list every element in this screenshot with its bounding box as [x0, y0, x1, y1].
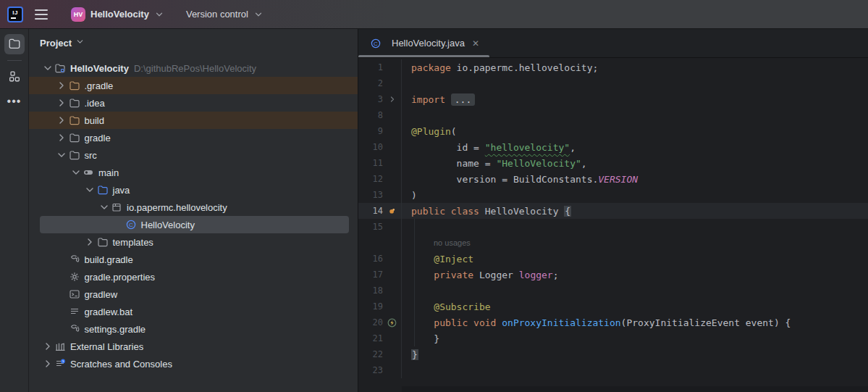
chevron-down-icon[interactable]: [97, 201, 111, 213]
code-line-22[interactable]: 22}: [358, 346, 868, 362]
tree-label: src: [85, 150, 97, 161]
close-icon[interactable]: ✕: [472, 38, 479, 49]
folder-icon: [69, 97, 80, 109]
tree-row-main[interactable]: main: [29, 164, 358, 181]
chevron-right-icon[interactable]: [83, 236, 97, 248]
code-text: }: [401, 330, 868, 346]
usages-inlay-hint[interactable]: no usages: [434, 238, 471, 247]
plugin-gutter-icon[interactable]: [383, 203, 401, 219]
svg-text:C: C: [374, 41, 378, 47]
code-line-1[interactable]: 1package io.papermc.hellovelocity;: [358, 59, 868, 75]
chevron-right-icon[interactable]: [55, 132, 69, 143]
chevron-down-icon[interactable]: [83, 184, 97, 196]
tree-row-hellovelocity[interactable]: CHelloVelocity: [29, 216, 358, 233]
code-text: no usages: [401, 235, 868, 251]
inlay-row[interactable]: no usages: [358, 235, 868, 251]
tree-label: gradle.properties: [85, 272, 156, 283]
line-number: 21: [358, 333, 383, 343]
code-line-16[interactable]: 16 @Inject: [358, 251, 868, 267]
indent-guide: [414, 219, 415, 346]
editor-area: C HelloVelocity.java ✕ 1package io.paper…: [358, 29, 868, 392]
chevron-right-icon[interactable]: [55, 80, 69, 91]
chevron-down-icon[interactable]: [41, 62, 54, 74]
line-number: 10: [358, 142, 383, 152]
scratches-icon: [54, 358, 66, 370]
line-number: 12: [358, 174, 383, 184]
event-gutter-icon[interactable]: [383, 314, 401, 330]
tree-row-build[interactable]: build: [29, 112, 358, 129]
project-widget[interactable]: HV HelloVelocity: [65, 4, 170, 25]
package-icon: [111, 201, 122, 213]
code-line-10[interactable]: 10 id = "hellovelocity",: [358, 139, 868, 155]
tree-row-templates[interactable]: templates: [29, 233, 358, 251]
project-panel-header[interactable]: Project: [29, 29, 358, 57]
tree-row--idea[interactable]: .idea: [29, 94, 358, 112]
tab-hellovelocity-java[interactable]: C HelloVelocity.java ✕: [358, 29, 489, 57]
chevron-right-icon[interactable]: [55, 97, 69, 109]
tree-row--gradle[interactable]: .gradle: [29, 77, 358, 94]
code-line-9[interactable]: 9@Plugin(: [358, 123, 868, 139]
code-text: ): [401, 187, 868, 203]
tree-row-java[interactable]: java: [29, 181, 358, 199]
code-line-11[interactable]: 11 name = "HelloVelocity",: [358, 155, 868, 171]
chevron-down-icon[interactable]: [55, 149, 69, 161]
tree-row-hellovelocity[interactable]: HelloVelocityD:\githubRePos\HelloVelocit…: [29, 59, 358, 77]
code-line-17[interactable]: 17 private Logger logger;: [358, 267, 868, 283]
chevron-right-icon[interactable]: [55, 114, 69, 126]
code-editor[interactable]: 1package io.papermc.hellovelocity;23impo…: [358, 58, 868, 392]
more-tool-windows-button[interactable]: •••: [4, 91, 25, 112]
tree-row-src[interactable]: src: [29, 146, 358, 164]
project-tool-button[interactable]: [4, 34, 25, 54]
code-line-12[interactable]: 12 version = BuildConstants.VERSION: [358, 171, 868, 187]
tree-row-scratches-and-consoles[interactable]: Scratches and Consoles: [29, 355, 358, 372]
tree-row-build-gradle[interactable]: build.gradle: [29, 251, 358, 268]
code-line-23[interactable]: 23: [358, 362, 868, 378]
code-line-14[interactable]: 14public class HelloVelocity {: [358, 203, 868, 219]
code-line-18[interactable]: 18: [358, 283, 868, 299]
tree-row-io-papermc-hellovelocity[interactable]: io.papermc.hellovelocity: [29, 199, 358, 216]
code-line-15[interactable]: 15: [358, 219, 868, 235]
fold-chevron-icon[interactable]: [383, 91, 401, 107]
main-toolbar: IJ HV HelloVelocity Version control: [0, 0, 868, 29]
folded-imports[interactable]: ...: [451, 93, 475, 106]
code-lines: 1package io.papermc.hellovelocity;23impo…: [358, 59, 868, 378]
horizontal-scrollbar[interactable]: [402, 386, 868, 392]
code-line-20[interactable]: 20 public void onProxyInitialization(Pro…: [358, 314, 868, 330]
structure-tool-button[interactable]: [4, 67, 25, 87]
code-line-8[interactable]: 8: [358, 107, 868, 123]
tree-row-gradlew[interactable]: gradlew: [29, 285, 358, 303]
chevron-right-icon[interactable]: [41, 341, 54, 352]
gutter-spacer: [383, 155, 401, 171]
line-number: 20: [358, 317, 383, 328]
tree-row-gradle-properties[interactable]: gradle.properties: [29, 268, 358, 285]
folder-excluded-icon: [69, 114, 80, 126]
tree-sublabel: D:\githubRePos\HelloVelocity: [134, 63, 256, 74]
tree-row-external-libraries[interactable]: External Libraries: [29, 338, 358, 355]
tree-label: main: [98, 167, 119, 178]
tree-label: gradlew: [85, 289, 118, 300]
tree-row-gradlew-bat[interactable]: gradlew.bat: [29, 303, 358, 320]
line-number: 8: [358, 110, 383, 120]
gutter-spacer: [383, 123, 401, 139]
main-menu-button[interactable]: [35, 6, 52, 23]
tree-row-gradle[interactable]: gradle: [29, 129, 358, 146]
code-line-3[interactable]: 3import ...: [358, 91, 868, 107]
indent-spacer: [55, 254, 69, 265]
chevron-right-icon[interactable]: [41, 358, 54, 370]
line-number: 19: [358, 301, 383, 312]
chevron-down-icon[interactable]: [69, 167, 83, 178]
tree-label: gradle: [85, 133, 111, 143]
code-line-21[interactable]: 21 }: [358, 330, 868, 346]
tree-row-settings-gradle[interactable]: settings.gradle: [29, 320, 358, 338]
vcs-widget[interactable]: Version control: [180, 6, 269, 22]
code-line-13[interactable]: 13): [358, 187, 868, 203]
code-line-2[interactable]: 2: [358, 75, 868, 91]
tree-label: HelloVelocity: [70, 63, 129, 74]
gutter-spacer: [383, 362, 401, 378]
tree-label: External Libraries: [70, 341, 143, 352]
code-text: public class HelloVelocity {: [401, 203, 868, 219]
code-line-19[interactable]: 19 @Subscribe: [358, 299, 868, 314]
tool-window-rail: •••: [0, 29, 29, 392]
project-badge: HV: [71, 7, 85, 22]
tree-label: Scratches and Consoles: [70, 359, 172, 370]
